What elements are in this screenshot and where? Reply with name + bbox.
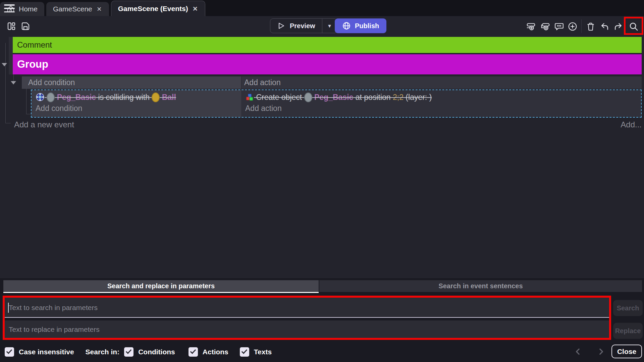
publish-button[interactable]: Publish xyxy=(335,18,386,33)
search-button[interactable]: Search xyxy=(613,300,643,316)
delete-button[interactable] xyxy=(585,21,596,32)
tab-label: Search in event sentences xyxy=(438,282,523,290)
toggle-panels-button[interactable] xyxy=(6,21,17,32)
tree-line xyxy=(26,114,31,114)
case-insensitive-label: Case insensitive xyxy=(19,348,74,356)
replace-text-input[interactable]: Text to replace in parameters xyxy=(5,320,610,339)
tab-search-event-sentences[interactable]: Search in event sentences xyxy=(319,280,642,292)
group-collapse-arrow[interactable] xyxy=(2,63,7,66)
search-in-label: Search in: xyxy=(86,348,120,356)
redo-button[interactable] xyxy=(612,21,624,32)
action-text: Create object xyxy=(256,93,304,102)
comment-icon xyxy=(554,21,564,32)
previous-result-button[interactable] xyxy=(574,347,582,356)
action-text: at position xyxy=(353,93,393,102)
group-title: Group xyxy=(17,58,48,70)
add-event-icon xyxy=(526,21,536,32)
add-action-button[interactable]: Add action xyxy=(241,102,641,113)
search-panel: Search and replace in parameters Search … xyxy=(0,278,644,362)
play-icon xyxy=(277,22,285,30)
object-name: Peg_Basic xyxy=(314,93,353,102)
divider xyxy=(581,19,582,33)
object-icon-ball xyxy=(152,93,160,102)
add-condition-label: Add condition xyxy=(36,104,82,113)
replace-button[interactable]: Replace xyxy=(613,323,643,339)
event-row[interactable]: Add condition Add action xyxy=(22,76,642,89)
tab-gamescene[interactable]: GameScene × xyxy=(46,2,109,16)
input-underline xyxy=(5,317,610,318)
object-name: Ball xyxy=(162,93,176,102)
conditions-checkbox[interactable] xyxy=(124,347,133,357)
add-event-button[interactable] xyxy=(525,21,537,32)
save-button[interactable] xyxy=(20,21,31,32)
add-label: Add... xyxy=(621,120,642,129)
tab-bar: Home GameScene × GameScene (Events) × xyxy=(0,0,644,16)
actions-column[interactable]: Create object Peg_Basic at position 2;2 … xyxy=(241,90,641,117)
tab-label: Search and replace in parameters xyxy=(107,282,215,290)
tab-label: Home xyxy=(19,5,38,13)
tree-line xyxy=(5,123,11,123)
action-text: (layer: ) xyxy=(404,93,432,102)
object-icon-peg-basic xyxy=(304,93,312,102)
preview-button[interactable]: Preview xyxy=(270,19,322,33)
tree-line xyxy=(26,89,26,114)
events-toolbar: Preview ▾ Publish xyxy=(0,16,644,36)
globe-icon xyxy=(342,21,351,30)
case-insensitive-checkbox[interactable] xyxy=(5,347,14,357)
add-condition-button[interactable]: Add condition xyxy=(32,102,241,113)
search-input-placeholder: Text to search in parameters xyxy=(9,304,98,312)
choose-and-add-event-button[interactable] xyxy=(567,21,578,32)
events-sheet: Comment Group Add condition Add action xyxy=(0,36,644,278)
search-icon xyxy=(629,21,639,32)
gdevelop-events-editor: Home GameScene × GameScene (Events) × xyxy=(0,0,644,362)
replace-input-placeholder: Text to replace in parameters xyxy=(9,325,100,334)
collision-condition-icon xyxy=(36,93,45,102)
add-action-button[interactable]: Add action xyxy=(241,76,642,89)
tab-search-replace-parameters[interactable]: Search and replace in parameters xyxy=(3,280,319,292)
add-action-label: Add action xyxy=(244,78,281,87)
add-comment-button[interactable] xyxy=(553,21,565,32)
main-menu-icon[interactable] xyxy=(4,4,15,12)
search-text-input[interactable]: Text to search in parameters xyxy=(5,298,610,318)
row-drag-handle[interactable] xyxy=(9,37,13,74)
search-events-button[interactable] xyxy=(628,21,639,32)
tree-line xyxy=(13,74,14,81)
tab-label: GameScene xyxy=(53,5,92,13)
undo-button[interactable] xyxy=(599,21,610,32)
selected-event-row[interactable]: Peg_Basic is colliding with Ball Add con… xyxy=(31,89,642,118)
condition-text: is colliding with xyxy=(96,93,152,102)
add-condition-button[interactable]: Add condition xyxy=(22,76,241,89)
create-object-action-icon xyxy=(245,93,254,102)
event-collapse-arrow[interactable] xyxy=(11,81,16,84)
add-event-dropdown-button[interactable]: Add... xyxy=(621,120,642,129)
tab-gamescene-events[interactable]: GameScene (Events) × xyxy=(111,1,205,16)
add-new-event-label: Add a new event xyxy=(14,120,74,129)
add-new-event-button[interactable]: Add a new event xyxy=(14,120,74,129)
add-sub-event-button[interactable] xyxy=(540,21,551,32)
toggle-panels-icon xyxy=(6,21,16,31)
tree-line xyxy=(5,43,6,123)
search-options-row: Case insensitive Search in: Conditions A… xyxy=(0,342,644,362)
condition-sentence[interactable]: Peg_Basic is colliding with Ball xyxy=(32,90,241,102)
close-button[interactable]: Close xyxy=(611,345,642,358)
redo-icon xyxy=(613,21,623,32)
input-underline xyxy=(5,338,610,339)
add-sub-event-icon xyxy=(540,21,550,32)
action-sentence[interactable]: Create object Peg_Basic at position 2;2 … xyxy=(241,90,641,102)
object-icon-peg-basic xyxy=(47,93,55,102)
next-result-button[interactable] xyxy=(597,347,605,356)
close-tab-icon[interactable]: × xyxy=(192,5,198,13)
replace-button-label: Replace xyxy=(615,327,641,335)
group-event[interactable]: Group xyxy=(13,54,642,74)
search-button-label: Search xyxy=(617,304,639,312)
preview-split-button[interactable]: Preview ▾ xyxy=(270,18,337,33)
tab-label: GameScene (Events) xyxy=(118,5,188,13)
conditions-column[interactable]: Peg_Basic is colliding with Ball Add con… xyxy=(32,90,241,117)
actions-checkbox[interactable] xyxy=(189,347,198,357)
action-parameter: 2;2 xyxy=(393,93,404,102)
chevron-right-icon xyxy=(597,347,605,356)
close-tab-icon[interactable]: × xyxy=(96,5,102,13)
conditions-label: Conditions xyxy=(138,348,175,356)
comment-event[interactable]: Comment xyxy=(13,37,642,53)
texts-checkbox[interactable] xyxy=(240,347,249,357)
